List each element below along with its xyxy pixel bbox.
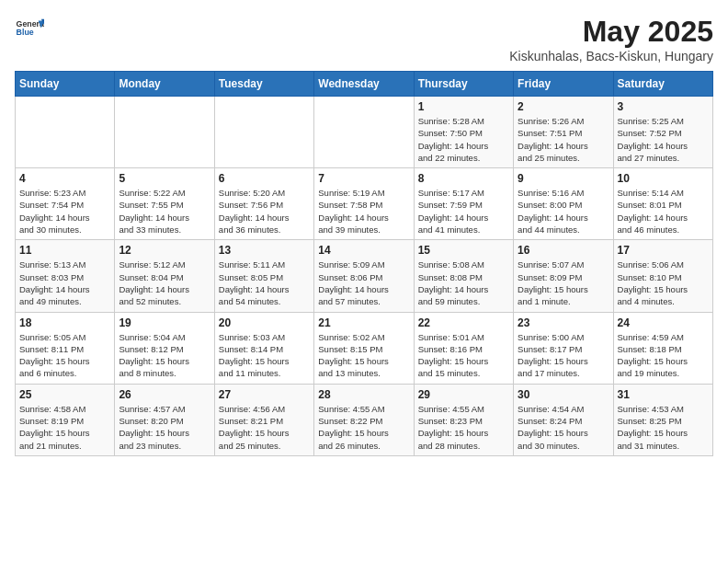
day-number: 10 xyxy=(618,172,709,185)
day-info: Sunrise: 4:55 AM Sunset: 8:22 PM Dayligh… xyxy=(318,403,409,452)
day-info: Sunrise: 5:13 AM Sunset: 8:03 PM Dayligh… xyxy=(19,259,110,307)
day-info: Sunrise: 5:22 AM Sunset: 7:55 PM Dayligh… xyxy=(119,187,210,236)
weekday-header-wednesday: Wednesday xyxy=(314,72,414,97)
day-info: Sunrise: 5:28 AM Sunset: 7:50 PM Dayligh… xyxy=(418,115,509,164)
calendar-cell: 5Sunrise: 5:22 AM Sunset: 7:55 PM Daylig… xyxy=(115,168,214,240)
weekday-header-row: SundayMondayTuesdayWednesdayThursdayFrid… xyxy=(16,72,713,97)
calendar-cell: 1Sunrise: 5:28 AM Sunset: 7:50 PM Daylig… xyxy=(414,97,513,168)
day-number: 25 xyxy=(19,388,110,401)
calendar-cell: 6Sunrise: 5:20 AM Sunset: 7:56 PM Daylig… xyxy=(214,168,313,240)
day-number: 12 xyxy=(119,244,210,257)
page-header: General Blue May 2025 Kiskunhalas, Bacs-… xyxy=(15,15,713,63)
calendar-cell: 10Sunrise: 5:14 AM Sunset: 8:01 PM Dayli… xyxy=(613,168,712,240)
day-info: Sunrise: 5:16 AM Sunset: 8:00 PM Dayligh… xyxy=(518,187,609,236)
day-info: Sunrise: 5:25 AM Sunset: 7:52 PM Dayligh… xyxy=(618,115,709,164)
day-number: 8 xyxy=(418,172,509,185)
day-info: Sunrise: 5:17 AM Sunset: 7:59 PM Dayligh… xyxy=(418,187,509,236)
calendar-cell: 2Sunrise: 5:26 AM Sunset: 7:51 PM Daylig… xyxy=(514,97,613,168)
calendar-cell: 20Sunrise: 5:03 AM Sunset: 8:14 PM Dayli… xyxy=(214,312,313,384)
day-number: 15 xyxy=(418,244,509,257)
day-number: 31 xyxy=(618,388,709,401)
day-info: Sunrise: 5:11 AM Sunset: 8:05 PM Dayligh… xyxy=(219,259,310,307)
weekday-header-thursday: Thursday xyxy=(414,72,513,97)
day-number: 26 xyxy=(119,388,210,401)
calendar-cell: 14Sunrise: 5:09 AM Sunset: 8:06 PM Dayli… xyxy=(314,240,414,312)
day-number: 29 xyxy=(418,388,509,401)
calendar-cell: 26Sunrise: 4:57 AM Sunset: 8:20 PM Dayli… xyxy=(115,384,214,455)
logo-icon: General Blue xyxy=(15,15,44,44)
calendar-cell: 19Sunrise: 5:04 AM Sunset: 8:12 PM Dayli… xyxy=(115,312,214,384)
day-number: 7 xyxy=(318,172,409,185)
day-number: 2 xyxy=(518,100,609,113)
calendar-cell: 15Sunrise: 5:08 AM Sunset: 8:08 PM Dayli… xyxy=(414,240,513,312)
day-info: Sunrise: 5:23 AM Sunset: 7:54 PM Dayligh… xyxy=(19,187,110,236)
day-number: 24 xyxy=(618,316,709,329)
day-number: 30 xyxy=(518,388,609,401)
day-number: 22 xyxy=(418,316,509,329)
calendar-cell: 29Sunrise: 4:55 AM Sunset: 8:23 PM Dayli… xyxy=(414,384,513,455)
day-info: Sunrise: 5:04 AM Sunset: 8:12 PM Dayligh… xyxy=(119,331,210,380)
month-year: May 2025 xyxy=(509,15,713,49)
day-info: Sunrise: 5:12 AM Sunset: 8:04 PM Dayligh… xyxy=(119,259,210,307)
weekday-header-monday: Monday xyxy=(115,72,214,97)
calendar-cell: 16Sunrise: 5:07 AM Sunset: 8:09 PM Dayli… xyxy=(514,240,613,312)
day-info: Sunrise: 4:54 AM Sunset: 8:24 PM Dayligh… xyxy=(518,403,609,452)
day-info: Sunrise: 5:01 AM Sunset: 8:16 PM Dayligh… xyxy=(418,331,509,380)
calendar-cell: 3Sunrise: 5:25 AM Sunset: 7:52 PM Daylig… xyxy=(613,97,712,168)
calendar-cell xyxy=(314,97,414,168)
day-info: Sunrise: 5:02 AM Sunset: 8:15 PM Dayligh… xyxy=(318,331,409,380)
weekday-header-sunday: Sunday xyxy=(16,72,115,97)
calendar-cell xyxy=(16,97,115,168)
calendar-week-1: 1Sunrise: 5:28 AM Sunset: 7:50 PM Daylig… xyxy=(16,97,713,168)
calendar-week-3: 11Sunrise: 5:13 AM Sunset: 8:03 PM Dayli… xyxy=(16,240,713,312)
day-info: Sunrise: 5:20 AM Sunset: 7:56 PM Dayligh… xyxy=(219,187,310,236)
day-info: Sunrise: 4:58 AM Sunset: 8:19 PM Dayligh… xyxy=(19,403,110,452)
calendar-cell: 13Sunrise: 5:11 AM Sunset: 8:05 PM Dayli… xyxy=(214,240,313,312)
calendar-cell: 18Sunrise: 5:05 AM Sunset: 8:11 PM Dayli… xyxy=(16,312,115,384)
calendar-cell: 25Sunrise: 4:58 AM Sunset: 8:19 PM Dayli… xyxy=(16,384,115,455)
calendar-cell: 7Sunrise: 5:19 AM Sunset: 7:58 PM Daylig… xyxy=(314,168,414,240)
day-info: Sunrise: 5:09 AM Sunset: 8:06 PM Dayligh… xyxy=(318,259,409,307)
day-info: Sunrise: 5:03 AM Sunset: 8:14 PM Dayligh… xyxy=(219,331,310,380)
day-info: Sunrise: 5:26 AM Sunset: 7:51 PM Dayligh… xyxy=(518,115,609,164)
weekday-header-friday: Friday xyxy=(514,72,613,97)
location: Kiskunhalas, Bacs-Kiskun, Hungary xyxy=(509,49,713,63)
day-info: Sunrise: 4:55 AM Sunset: 8:23 PM Dayligh… xyxy=(418,403,509,452)
calendar-cell: 23Sunrise: 5:00 AM Sunset: 8:17 PM Dayli… xyxy=(514,312,613,384)
svg-text:Blue: Blue xyxy=(17,28,34,37)
calendar-table: SundayMondayTuesdayWednesdayThursdayFrid… xyxy=(15,71,713,456)
calendar-cell: 31Sunrise: 4:53 AM Sunset: 8:25 PM Dayli… xyxy=(613,384,712,455)
calendar-cell: 4Sunrise: 5:23 AM Sunset: 7:54 PM Daylig… xyxy=(16,168,115,240)
calendar-cell: 30Sunrise: 4:54 AM Sunset: 8:24 PM Dayli… xyxy=(514,384,613,455)
day-number: 4 xyxy=(19,172,110,185)
day-number: 11 xyxy=(19,244,110,257)
day-number: 3 xyxy=(618,100,709,113)
day-info: Sunrise: 4:53 AM Sunset: 8:25 PM Dayligh… xyxy=(618,403,709,452)
day-info: Sunrise: 5:14 AM Sunset: 8:01 PM Dayligh… xyxy=(618,187,709,236)
calendar-cell: 8Sunrise: 5:17 AM Sunset: 7:59 PM Daylig… xyxy=(414,168,513,240)
title-block: May 2025 Kiskunhalas, Bacs-Kiskun, Hunga… xyxy=(509,15,713,63)
day-number: 16 xyxy=(518,244,609,257)
day-info: Sunrise: 5:05 AM Sunset: 8:11 PM Dayligh… xyxy=(19,331,110,380)
day-number: 23 xyxy=(518,316,609,329)
weekday-header-tuesday: Tuesday xyxy=(214,72,313,97)
calendar-cell: 21Sunrise: 5:02 AM Sunset: 8:15 PM Dayli… xyxy=(314,312,414,384)
day-info: Sunrise: 5:06 AM Sunset: 8:10 PM Dayligh… xyxy=(618,259,709,307)
day-number: 13 xyxy=(219,244,310,257)
calendar-cell xyxy=(115,97,214,168)
calendar-cell xyxy=(214,97,313,168)
weekday-header-saturday: Saturday xyxy=(613,72,712,97)
day-number: 6 xyxy=(219,172,310,185)
day-number: 9 xyxy=(518,172,609,185)
day-number: 14 xyxy=(318,244,409,257)
logo: General Blue xyxy=(15,15,44,44)
day-number: 27 xyxy=(219,388,310,401)
day-number: 5 xyxy=(119,172,210,185)
calendar-cell: 11Sunrise: 5:13 AM Sunset: 8:03 PM Dayli… xyxy=(16,240,115,312)
day-number: 17 xyxy=(618,244,709,257)
calendar-week-5: 25Sunrise: 4:58 AM Sunset: 8:19 PM Dayli… xyxy=(16,384,713,455)
day-number: 18 xyxy=(19,316,110,329)
day-number: 1 xyxy=(418,100,509,113)
day-number: 21 xyxy=(318,316,409,329)
day-info: Sunrise: 5:19 AM Sunset: 7:58 PM Dayligh… xyxy=(318,187,409,236)
